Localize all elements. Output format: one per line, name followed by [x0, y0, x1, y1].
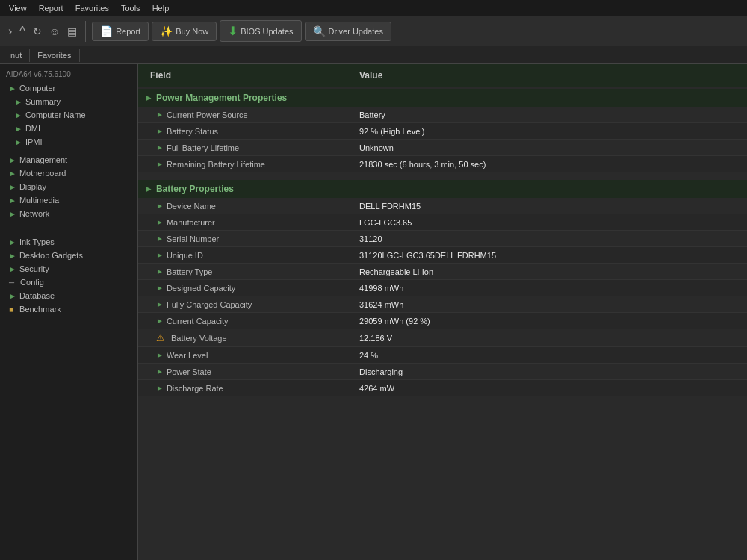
menu-favorites[interactable]: Favorites	[69, 2, 115, 14]
field-designed-capacity: ► Designed Capacity	[138, 280, 347, 296]
row-wear-level: ► Wear Level 24 %	[138, 347, 747, 364]
row-discharge-rate: ► Discharge Rate 4264 mW	[138, 380, 747, 396]
sidebar-item-benchmark[interactable]: ■ Benchmark	[0, 302, 137, 316]
management-icon: ►	[9, 156, 16, 164]
sidebar-item-ipmi[interactable]: ► IPMI	[0, 135, 137, 149]
value-current-capacity: 29059 mWh (92 %)	[347, 313, 747, 329]
power-mgmt-section-header: ► Power Management Properties	[138, 89, 747, 107]
fully-charged-capacity-icon: ►	[156, 300, 164, 308]
bios-icon: ⬇	[228, 24, 238, 38]
value-power-state: Discharging	[347, 364, 747, 379]
sidebar-item-desktop[interactable]: ► Desktop Gadgets	[0, 249, 137, 262]
sidebar-item-dmi[interactable]: ► DMI	[0, 122, 137, 135]
buynow-label: Buy Now	[176, 27, 208, 36]
device-name-icon: ►	[156, 202, 164, 210]
dmi-icon: ►	[15, 125, 22, 133]
sidebar-item-security[interactable]: ► Security	[0, 262, 137, 276]
report-button[interactable]: 📄 Report	[92, 22, 149, 41]
nav-up-icon[interactable]: ^	[17, 25, 28, 38]
nav-chart-icon[interactable]: ▤	[65, 25, 79, 37]
row-power-state: ► Power State Discharging	[138, 364, 747, 380]
discharge-rate-icon: ►	[156, 384, 164, 392]
remaining-lifetime-icon: ►	[156, 160, 164, 168]
battery-props-section-icon: ►	[144, 184, 153, 194]
summary-icon: ►	[15, 98, 22, 106]
unique-id-icon: ►	[156, 251, 164, 259]
sidebar-item-summary[interactable]: ► Summary	[0, 95, 137, 108]
row-designed-capacity: ► Designed Capacity 41998 mWh	[138, 280, 747, 296]
value-current-power-source: Battery	[347, 107, 747, 122]
field-current-capacity: ► Current Capacity	[138, 313, 347, 329]
row-battery-voltage: ⚠ Battery Voltage 12.186 V	[138, 329, 747, 347]
value-manufacturer: LGC-LGC3.65	[347, 214, 747, 230]
menu-help[interactable]: Help	[146, 2, 176, 14]
driver-icon: 🔍	[313, 25, 326, 37]
database-icon: ►	[9, 292, 16, 300]
row-remaining-battery-lifetime: ► Remaining Battery Lifetime 21830 sec (…	[138, 156, 747, 172]
network-icon: ►	[9, 210, 16, 218]
sidebar-dmi-label: DMI	[25, 124, 40, 133]
nav-refresh-icon[interactable]: ↻	[31, 25, 44, 37]
sidebar-item-motherboard[interactable]: ► Motherboard	[0, 167, 137, 180]
menu-tools[interactable]: Tools	[115, 2, 146, 14]
value-unique-id: 31120LGC-LGC3.65DELL FDRHM15	[347, 247, 747, 263]
menu-view[interactable]: View	[3, 2, 33, 14]
motherboard-icon: ►	[9, 169, 16, 178]
serial-number-icon: ►	[156, 234, 164, 243]
main-layout: AIDA64 v6.75.6100 ► Computer ► Summary ►…	[0, 64, 747, 560]
field-full-battery-lifetime: ► Full Battery Lifetime	[138, 140, 347, 155]
sidebar-computer-label: Computer	[19, 84, 55, 93]
field-current-power-source: ► Current Power Source	[138, 107, 347, 122]
value-wear-level: 24 %	[347, 347, 747, 363]
buynow-icon: ✨	[160, 25, 173, 37]
sidebar-item-computer[interactable]: ► Computer	[0, 81, 137, 95]
value-remaining-battery-lifetime: 21830 sec (6 hours, 3 min, 50 sec)	[347, 156, 747, 172]
value-battery-status: 92 % (High Level)	[347, 123, 747, 139]
sidebar-summary-label: Summary	[25, 97, 61, 106]
computer-icon: ►	[9, 84, 16, 93]
manufacturer-icon: ►	[156, 218, 164, 226]
value-battery-type: Rechargeable Li-Ion	[347, 264, 747, 279]
spacer-1	[138, 172, 747, 178]
driver-button[interactable]: 🔍 Driver Updates	[305, 22, 391, 41]
report-label: Report	[116, 27, 140, 36]
nav-back-icon[interactable]: ›	[6, 25, 14, 38]
field-battery-voltage: ⚠ Battery Voltage	[138, 329, 347, 346]
value-discharge-rate: 4264 mW	[347, 380, 747, 396]
toolbar: › ^ ↻ ☺ ▤ 📄 Report ✨ Buy Now ⬇ BIOS Upda…	[0, 16, 747, 46]
menu-bar: View Report Favorites Tools Help	[0, 0, 747, 16]
row-current-capacity: ► Current Capacity 29059 mWh (92 %)	[138, 313, 747, 329]
driver-label: Driver Updates	[329, 27, 383, 36]
sidebar-item-computername[interactable]: ► Computer Name	[0, 108, 137, 122]
value-fully-charged-capacity: 31624 mWh	[347, 296, 747, 312]
field-battery-type: ► Battery Type	[138, 264, 347, 279]
bios-button[interactable]: ⬇ BIOS Updates	[220, 20, 301, 42]
nav-user-icon[interactable]: ☺	[47, 25, 62, 37]
buynow-button[interactable]: ✨ Buy Now	[152, 22, 217, 41]
battery-voltage-warn-icon: ⚠	[156, 332, 165, 343]
sidebar-item-inktypes[interactable]: ► Ink Types	[0, 235, 137, 249]
menu-report[interactable]: Report	[33, 2, 69, 14]
ipmi-icon: ►	[15, 138, 22, 146]
value-battery-voltage: 12.186 V	[347, 329, 747, 346]
value-serial-number: 31120	[347, 231, 747, 246]
sidebar-item-database[interactable]: ► Database	[0, 289, 137, 302]
sidebar-item-network[interactable]: ► Network	[0, 207, 137, 220]
row-device-name: ► Device Name DELL FDRHM15	[138, 198, 747, 214]
sidebar-item-management[interactable]: ► Management	[0, 153, 137, 167]
tab-nut[interactable]: nut	[3, 49, 30, 62]
field-column-header: Field	[138, 67, 347, 84]
value-device-name: DELL FDRHM15	[347, 198, 747, 214]
sidebar-item-display[interactable]: ► Display	[0, 180, 137, 193]
desktop-icon: ►	[9, 252, 16, 260]
security-icon: ►	[9, 265, 16, 273]
sidebar-item-multimedia[interactable]: ► Multimedia	[0, 193, 137, 207]
sidebar: AIDA64 v6.75.6100 ► Computer ► Summary ►…	[0, 64, 138, 560]
row-battery-type: ► Battery Type Rechargeable Li-Ion	[138, 264, 747, 280]
tabs-bar: nut Favorites	[0, 46, 747, 64]
sidebar-computername-label: Computer Name	[25, 111, 86, 119]
tab-favorites[interactable]: Favorites	[30, 49, 79, 62]
field-unique-id: ► Unique ID	[138, 247, 347, 263]
sidebar-item-config[interactable]: ─ Config	[0, 276, 137, 289]
value-designed-capacity: 41998 mWh	[347, 280, 747, 296]
